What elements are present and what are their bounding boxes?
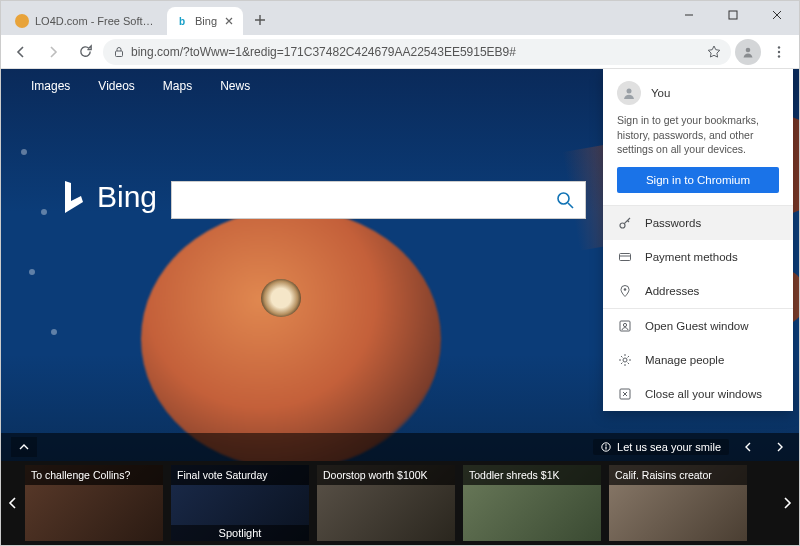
- tile-caption: To challenge Collins?: [25, 465, 163, 485]
- tile-spotlight: Spotlight: [171, 525, 309, 541]
- svg-point-11: [620, 223, 625, 228]
- carousel-tile[interactable]: Toddler shreds $1K: [463, 465, 601, 541]
- pin-icon: [617, 284, 633, 298]
- bookmark-star-icon[interactable]: [707, 45, 721, 59]
- popup-item-label: Addresses: [645, 285, 699, 297]
- hero-caption[interactable]: Let us sea your smile: [593, 439, 729, 455]
- svg-rect-14: [620, 321, 630, 331]
- popup-item-close-windows[interactable]: Close all your windows: [603, 377, 793, 411]
- bg-octopus-eye: [261, 279, 301, 317]
- svg-point-3: [778, 46, 780, 48]
- favicon-icon: [15, 14, 29, 28]
- popup-message: Sign in to get your bookmarks, history, …: [603, 113, 793, 167]
- popup-you-label: You: [651, 87, 670, 99]
- card-icon: [617, 250, 633, 264]
- guest-icon: [617, 319, 633, 333]
- favicon-icon: b: [175, 14, 189, 28]
- carousel-prev-button[interactable]: [1, 461, 25, 545]
- popup-item-addresses[interactable]: Addresses: [603, 274, 793, 308]
- url-text: bing.com/?toWww=1&redig=171C37482C424679…: [131, 45, 701, 59]
- svg-point-10: [627, 89, 632, 94]
- popup-item-payment[interactable]: Payment methods: [603, 240, 793, 274]
- bing-wordmark: Bing: [97, 180, 157, 214]
- popup-item-label: Open Guest window: [645, 320, 749, 332]
- browser-window: LO4D.com - Free Software Down… b Bing: [0, 0, 800, 546]
- bg-octopus: [141, 209, 441, 469]
- svg-rect-12: [620, 254, 631, 261]
- tab-title: LO4D.com - Free Software Down…: [35, 15, 159, 27]
- popup-header: You: [603, 69, 793, 113]
- close-windows-icon: [617, 387, 633, 401]
- svg-rect-0: [729, 11, 737, 19]
- titlebar: LO4D.com - Free Software Down… b Bing: [1, 1, 799, 35]
- carousel-tile[interactable]: To challenge Collins?: [25, 465, 163, 541]
- bing-nav-links: Images Videos Maps News: [31, 79, 250, 93]
- hero-caption-text: Let us sea your smile: [617, 441, 721, 453]
- search-box[interactable]: [171, 181, 586, 219]
- popup-item-manage[interactable]: Manage people: [603, 343, 793, 377]
- news-carousel: To challenge Collins? Final vote Saturda…: [1, 461, 799, 545]
- svg-rect-1: [116, 51, 123, 57]
- bing-logo: Bing: [61, 179, 157, 215]
- tab-bing[interactable]: b Bing: [167, 7, 243, 35]
- bg-bubbles: [11, 129, 111, 429]
- signin-chromium-button[interactable]: Sign in to Chromium: [617, 167, 779, 193]
- close-tab-icon[interactable]: [223, 15, 235, 27]
- menu-button[interactable]: [765, 38, 793, 66]
- tile-caption: Calif. Raisins creator: [609, 465, 747, 485]
- profile-button[interactable]: [735, 39, 761, 65]
- new-tab-button[interactable]: [247, 7, 273, 33]
- tab-title: Bing: [195, 15, 217, 27]
- hero-prev-button[interactable]: [739, 437, 759, 457]
- tab-strip: LO4D.com - Free Software Down… b Bing: [1, 1, 667, 35]
- tile-caption: Final vote Saturday: [171, 465, 309, 485]
- svg-rect-9: [605, 447, 606, 450]
- carousel-tile[interactable]: Final vote Saturday Spotlight: [171, 465, 309, 541]
- carousel-tiles: To challenge Collins? Final vote Saturda…: [25, 461, 775, 545]
- back-button[interactable]: [7, 38, 35, 66]
- hero-next-button[interactable]: [769, 437, 789, 457]
- nav-link-maps[interactable]: Maps: [163, 79, 192, 93]
- nav-link-news[interactable]: News: [220, 79, 250, 93]
- nav-link-videos[interactable]: Videos: [98, 79, 134, 93]
- popup-item-label: Payment methods: [645, 251, 738, 263]
- popup-item-label: Manage people: [645, 354, 724, 366]
- svg-point-5: [778, 55, 780, 57]
- svg-point-16: [623, 358, 627, 362]
- window-controls: [667, 1, 799, 35]
- popup-item-label: Close all your windows: [645, 388, 762, 400]
- carousel-tile[interactable]: Doorstop worth $100K: [317, 465, 455, 541]
- reload-button[interactable]: [71, 38, 99, 66]
- svg-point-4: [778, 50, 780, 52]
- minimize-button[interactable]: [667, 1, 711, 29]
- bing-logo-icon: [61, 179, 87, 215]
- avatar-icon: [617, 81, 641, 105]
- svg-point-2: [746, 47, 751, 52]
- maximize-button[interactable]: [711, 1, 755, 29]
- nav-link-images[interactable]: Images: [31, 79, 70, 93]
- info-icon: [601, 442, 611, 452]
- popup-item-passwords[interactable]: Passwords: [603, 206, 793, 240]
- expand-button[interactable]: [11, 437, 37, 457]
- gear-icon: [617, 353, 633, 367]
- svg-point-13: [624, 288, 627, 291]
- profile-popup: You Sign in to get your bookmarks, histo…: [603, 69, 793, 411]
- search-button[interactable]: [545, 182, 585, 218]
- svg-point-15: [623, 323, 626, 326]
- svg-point-6: [558, 193, 569, 204]
- forward-button[interactable]: [39, 38, 67, 66]
- popup-item-guest[interactable]: Open Guest window: [603, 309, 793, 343]
- carousel-next-button[interactable]: [775, 461, 799, 545]
- tile-caption: Doorstop worth $100K: [317, 465, 455, 485]
- toolbar: bing.com/?toWww=1&redig=171C37482C424679…: [1, 35, 799, 69]
- carousel-tile[interactable]: Calif. Raisins creator: [609, 465, 747, 541]
- page-content: Images Videos Maps News Sign in Bing: [1, 69, 799, 545]
- tab-lo4d[interactable]: LO4D.com - Free Software Down…: [7, 7, 167, 35]
- close-window-button[interactable]: [755, 1, 799, 29]
- address-bar[interactable]: bing.com/?toWww=1&redig=171C37482C424679…: [103, 39, 731, 65]
- popup-item-label: Passwords: [645, 217, 701, 229]
- tile-caption: Toddler shreds $1K: [463, 465, 601, 485]
- lock-icon: [113, 46, 125, 58]
- svg-point-8: [605, 444, 607, 446]
- key-icon: [617, 216, 633, 230]
